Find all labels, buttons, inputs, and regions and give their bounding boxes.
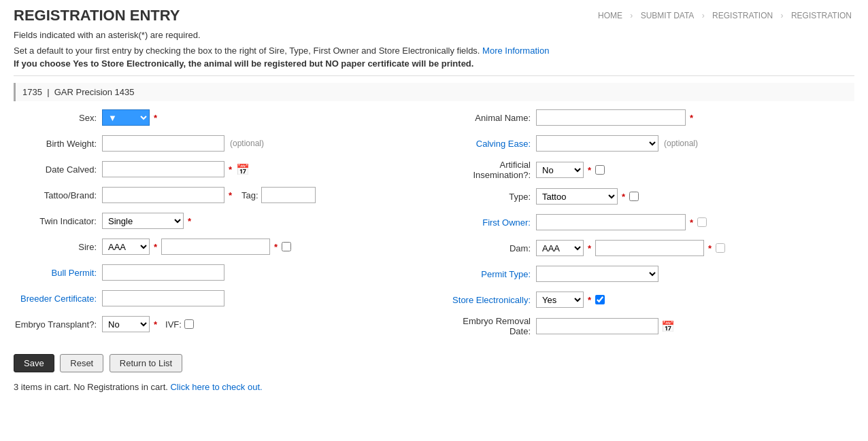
animal-name-row: Animal Name: * (448, 108, 854, 127)
tattoo-input[interactable] (102, 187, 224, 203)
breeder-cert-input[interactable] (102, 290, 224, 306)
breeder-cert-label[interactable]: Breeder Certificate: (14, 294, 102, 304)
store-checkbox[interactable] (595, 295, 605, 304)
save-button[interactable]: Save (14, 354, 54, 372)
ai-select[interactable]: No Yes (536, 162, 584, 178)
type-control: Tattoo Ear Tag Brand * (536, 188, 854, 205)
dam-prefix-select[interactable]: AAA ISU INT (536, 240, 584, 256)
ai-checkbox[interactable] (595, 165, 605, 175)
animal-name-required: * (690, 113, 693, 123)
more-information-link[interactable]: More Information (482, 46, 549, 56)
store-required: * (588, 295, 591, 305)
bull-permit-label[interactable]: Bull Permit: (14, 268, 102, 278)
embryo-transplant-row: Embryo Transplant?: No Yes * IVF: (14, 315, 420, 334)
reset-button[interactable]: Reset (60, 354, 103, 372)
sire-checkbox[interactable] (282, 242, 291, 251)
date-calved-calendar-icon[interactable]: 📅 (236, 163, 250, 176)
date-calved-required: * (229, 164, 232, 175)
sex-select[interactable]: ▼ (102, 109, 150, 126)
dam-row: Dam: AAA ISU INT * * (448, 239, 854, 258)
ai-row: Artificial Insemination?: No Yes * (448, 160, 854, 180)
tattoo-row: Tattoo/Brand: * Tag: (14, 186, 420, 205)
cart-text: 3 items in cart. No Registrations in car… (14, 382, 854, 392)
breadcrumb-registration2: REGISTRATION (791, 11, 852, 20)
sex-label: Sex: (14, 113, 102, 123)
dam-prefix-required: * (588, 243, 591, 253)
calving-ease-label[interactable]: Calving Ease: (448, 139, 536, 149)
type-required: * (622, 192, 625, 202)
type-checkbox[interactable] (629, 192, 639, 201)
calving-ease-control: 1-No Problem 2-Minor 3-Major 4-Caesarean… (536, 135, 854, 152)
animal-name-input[interactable] (536, 109, 686, 126)
breadcrumb-sep-3: › (781, 11, 784, 20)
birth-weight-optional: (optional) (230, 139, 264, 148)
twin-row: Twin Indicator: Single Twin A Twin B * (14, 211, 420, 230)
twin-control: Single Twin A Twin B * (102, 213, 420, 229)
tattoo-required: * (229, 190, 232, 200)
breadcrumb: HOME › SUBMIT DATA › REGISTRATION › REGI… (595, 11, 854, 20)
date-calved-input[interactable] (102, 161, 224, 177)
store-electronically-control: Yes No * (536, 292, 854, 308)
calving-ease-row: Calving Ease: 1-No Problem 2-Minor 3-Maj… (448, 134, 854, 153)
ivf-label: IVF: (165, 319, 182, 330)
bull-permit-control (102, 264, 420, 281)
bull-permit-input[interactable] (102, 264, 224, 281)
permit-type-label[interactable]: Permit Type: (448, 269, 536, 279)
dam-label: Dam: (448, 243, 536, 253)
embryo-required: * (154, 319, 157, 330)
sire-input[interactable] (161, 239, 270, 255)
date-calved-row: Date Calved: * 📅 (14, 160, 420, 179)
tag-input[interactable] (261, 187, 316, 203)
dam-required: * (708, 243, 712, 253)
first-owner-required: * (690, 217, 693, 228)
electronic-warning: If you choose Yes to Store Electronicall… (14, 58, 854, 69)
calving-ease-select[interactable]: 1-No Problem 2-Minor 3-Major 4-Caesarean (536, 135, 658, 152)
ivf-checkbox[interactable] (184, 319, 194, 329)
date-calved-label: Date Calved: (14, 164, 102, 175)
sire-label: Sire: (14, 242, 102, 252)
embryo-removal-calendar-icon[interactable]: 📅 (661, 320, 675, 333)
ai-required: * (588, 165, 591, 175)
animal-name-control: * (536, 109, 854, 126)
breadcrumb-submit-data[interactable]: SUBMIT DATA (641, 11, 695, 20)
twin-label: Twin Indicator: (14, 216, 102, 226)
twin-select[interactable]: Single Twin A Twin B (102, 213, 184, 229)
calving-ease-optional: (optional) (664, 139, 698, 148)
sire-prefix-select[interactable]: AAA ISU INT (102, 239, 150, 255)
permit-type-row: Permit Type: (448, 264, 854, 283)
permit-type-select[interactable] (536, 266, 658, 282)
dam-input[interactable] (595, 240, 704, 256)
sire-control: AAA ISU INT * * (102, 239, 420, 255)
embryo-removal-control: 📅 (536, 318, 854, 334)
embryo-select[interactable]: No Yes (102, 316, 150, 332)
date-calved-control: * 📅 (102, 161, 420, 177)
dam-tag-value: 1735 (22, 87, 42, 97)
store-electronically-label[interactable]: Store Electronically: (448, 295, 536, 305)
store-select[interactable]: Yes No (536, 292, 584, 308)
first-owner-label[interactable]: First Owner: (448, 217, 536, 228)
dam-checkbox[interactable] (716, 243, 725, 253)
sire-row: Sire: AAA ISU INT * * (14, 237, 420, 256)
store-electronically-row: Store Electronically: Yes No * (448, 290, 854, 309)
first-owner-checkbox[interactable] (697, 217, 707, 227)
checkout-link[interactable]: Click here to check out. (170, 382, 262, 392)
sex-required: * (154, 113, 157, 123)
form-right: Animal Name: * Calving Ease: 1-No Proble… (448, 108, 854, 343)
breeder-cert-row: Breeder Certificate: (14, 289, 420, 308)
birth-weight-input[interactable] (102, 135, 224, 152)
type-select[interactable]: Tattoo Ear Tag Brand (536, 188, 618, 205)
twin-required: * (188, 216, 191, 226)
birth-weight-row: Birth Weight: (optional) (14, 134, 420, 153)
breadcrumb-registration1[interactable]: REGISTRATION (712, 11, 773, 20)
birth-weight-control: (optional) (102, 135, 420, 152)
tag-label: Tag: (241, 190, 258, 200)
embryo-removal-row: Embryo Removal Date: 📅 (448, 316, 854, 336)
return-button[interactable]: Return to List (110, 354, 182, 372)
tattoo-control: * Tag: (102, 187, 420, 203)
breadcrumb-home[interactable]: HOME (598, 11, 622, 20)
form-left: Sex: ▼ * Birth Weight: (optional) Date C… (14, 108, 420, 343)
first-owner-input[interactable] (536, 214, 686, 230)
form-section: Sex: ▼ * Birth Weight: (optional) Date C… (14, 108, 854, 343)
sex-row: Sex: ▼ * (14, 108, 420, 127)
embryo-removal-input[interactable] (536, 318, 658, 334)
